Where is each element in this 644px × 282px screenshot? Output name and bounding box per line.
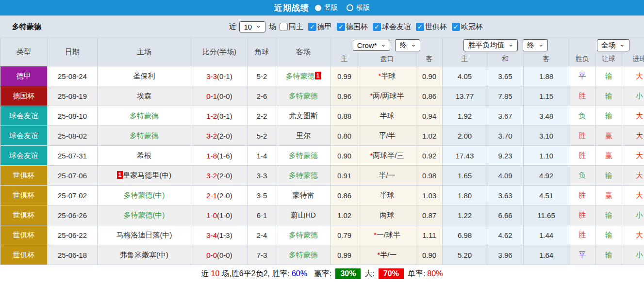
cell-asia-away: 1.11 <box>416 225 443 245</box>
cell-goals: 小 <box>622 86 644 106</box>
single-pct: 80% <box>427 269 443 278</box>
match-count-select[interactable]: 10 ⌄ <box>239 21 265 32</box>
cell-result: 负 <box>569 166 595 186</box>
radio-selected-icon[interactable] <box>315 5 321 11</box>
checkbox-label: 世俱杯 <box>425 22 447 31</box>
checkbox-unchecked-icon[interactable] <box>280 23 288 31</box>
cell-score: 3-2(2-0) <box>191 166 248 186</box>
team-name-text: 多特蒙德 <box>289 171 318 179</box>
league-filter-0: 同主 <box>280 22 303 31</box>
table-row: 世俱杯25-06-26多特蒙德(中)1-0(1-0)6-1蔚山HD1.02两球0… <box>0 205 644 225</box>
fulltime-score: 1-2 <box>206 112 217 120</box>
cell-away: 蒙特雷 <box>276 186 331 205</box>
cell-home: 多特蒙德 <box>98 126 191 146</box>
cell-goals: 小 <box>622 245 644 265</box>
match-count-value: 10 <box>244 23 252 31</box>
team-name: 多特蒙德 <box>12 22 41 31</box>
cell-goals: 大 <box>622 106 644 126</box>
halftime-score: (2-0) <box>217 191 232 200</box>
cell-corner: 6-1 <box>248 205 276 225</box>
cell-eu-away: 1.44 <box>524 225 569 245</box>
cell-league: 世俱杯 <box>0 205 48 225</box>
cell-handicap-result: 输 <box>595 66 622 86</box>
cell-asia-away: 0.92 <box>416 146 443 166</box>
scope-select[interactable]: 全场 ⌄ <box>597 39 629 51</box>
bookmaker-time-select[interactable]: 终 ⌄ <box>395 39 420 51</box>
cell-asia-home: 0.80 <box>331 126 358 146</box>
win-pct-label: 赢率: <box>314 269 331 279</box>
cell-handicap-result: 输 <box>595 86 622 106</box>
cell-eu-draw: 3.67 <box>487 106 524 126</box>
checkbox-checked-icon[interactable]: ✓ <box>452 23 460 31</box>
cell-result: 胜 <box>569 225 595 245</box>
cell-date: 25-06-18 <box>48 245 98 265</box>
cell-eu-draw: 3.96 <box>487 245 524 265</box>
cell-result: 负 <box>569 106 595 126</box>
cell-score: 0-0(0-0) <box>191 245 248 265</box>
checkbox-checked-icon[interactable]: ✓ <box>416 23 424 31</box>
team-name-text: 希根 <box>137 151 151 159</box>
cell-handicap-result: 赢 <box>595 126 622 146</box>
cell-home: 弗鲁米嫩塞(中) <box>98 245 191 265</box>
handicap-star: * <box>370 151 373 159</box>
bookmaker-select[interactable]: Crow* ⌄ <box>353 40 391 51</box>
cell-home: 圣保利 <box>98 66 191 86</box>
cell-asia-home: 1.02 <box>331 205 358 225</box>
cell-score: 1-8(1-6) <box>191 146 248 166</box>
table-row: 世俱杯25-06-22马梅洛迪日落(中)3-4(1-3)2-4多特蒙德0.79*… <box>0 225 644 245</box>
near-label: 近 <box>201 269 209 279</box>
cell-league: 球会友谊 <box>0 126 48 146</box>
europe-odds-value: 胜平负均值 <box>468 41 504 50</box>
chevron-down-icon: ⌄ <box>256 23 261 28</box>
cell-handicap: 平/半 <box>358 126 416 146</box>
col-header-corner: 角球 <box>248 38 276 66</box>
cell-eu-away: 11.65 <box>524 205 569 225</box>
cell-home: 埃森 <box>98 86 191 106</box>
cell-eu-home: 13.77 <box>443 86 487 106</box>
halftime-score: (0-1) <box>217 112 232 120</box>
table-row: 世俱杯25-06-18弗鲁米嫩塞(中)0-0(0-0)7-3多特蒙德0.99*半… <box>0 245 644 265</box>
league-filter-4: ✓世俱杯 <box>416 22 447 31</box>
team-name-text: 蒙特雷 <box>293 191 314 199</box>
cell-score: 0-1(0-0) <box>191 86 248 106</box>
chevron-down-icon: ⌄ <box>381 42 386 47</box>
cell-eu-home: 1.92 <box>443 106 487 126</box>
cell-eu-away: 3.48 <box>524 106 569 126</box>
checkbox-checked-icon[interactable]: ✓ <box>373 23 381 31</box>
radio-horizontal-layout[interactable]: 横版 <box>347 3 370 12</box>
cell-eu-draw: 3.63 <box>487 186 524 205</box>
cell-handicap-result: 输 <box>595 225 622 245</box>
cell-date: 25-06-22 <box>48 225 98 245</box>
team-name-text: 多特蒙德 <box>289 251 318 259</box>
cell-result: 平 <box>569 66 595 86</box>
cell-date: 25-06-26 <box>48 205 98 225</box>
cell-corner: 2-6 <box>248 86 276 106</box>
chevron-down-icon: ⌄ <box>508 42 513 47</box>
rank-badge: 1 <box>117 171 123 179</box>
radio-vertical-layout[interactable]: 竖版 <box>315 3 338 12</box>
checkbox-checked-icon[interactable]: ✓ <box>337 23 345 31</box>
cell-asia-home: 0.96 <box>331 86 358 106</box>
table-row: 世俱杯25-07-02多特蒙德(中)2-1(2-0)3-5蒙特雷0.86半球1.… <box>0 186 644 205</box>
handicap-star: * <box>377 251 380 259</box>
cell-corner: 3-3 <box>248 166 276 186</box>
team-name-text: 埃森 <box>137 92 151 100</box>
cell-eu-home: 6.98 <box>443 225 487 245</box>
checkbox-checked-icon[interactable]: ✓ <box>308 23 316 31</box>
cell-corner: 3-5 <box>248 186 276 205</box>
cell-eu-home: 1.22 <box>443 205 487 225</box>
cell-league: 德甲 <box>0 66 48 86</box>
cell-score: 1-0(1-0) <box>191 205 248 225</box>
europe-time-select[interactable]: 终 ⌄ <box>523 39 548 51</box>
cell-result: 平 <box>569 245 595 265</box>
europe-odds-select[interactable]: 胜平负均值 ⌄ <box>463 39 518 51</box>
cell-handicap: *半球 <box>358 66 416 86</box>
cell-corner: 1-4 <box>248 146 276 166</box>
team-name-text: 多特蒙德(中) <box>124 191 165 199</box>
cell-asia-away: 0.86 <box>416 86 443 106</box>
halftime-score: (0-0) <box>217 92 232 100</box>
halftime-score: (0-1) <box>217 72 232 80</box>
cell-handicap-result: 输 <box>595 166 622 186</box>
chevron-down-icon: ⌄ <box>620 42 625 47</box>
radio-unselected-icon[interactable] <box>347 4 353 11</box>
